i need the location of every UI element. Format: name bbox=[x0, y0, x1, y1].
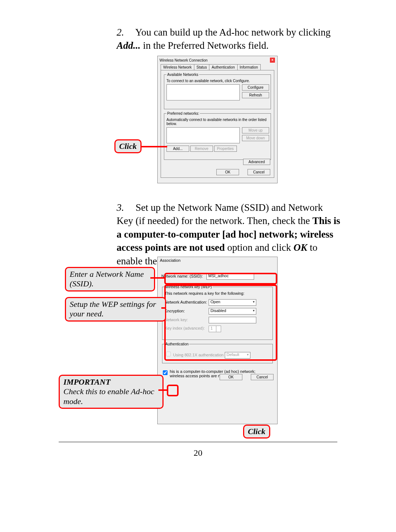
key-index-label: Key index (advanced): bbox=[165, 326, 209, 330]
ssid-input[interactable]: MSI_adhoc bbox=[206, 273, 254, 280]
callout-important: IMPORTANT Check this to enable Ad-hoc mo… bbox=[59, 375, 164, 409]
connector-line bbox=[150, 277, 164, 279]
properties-button: Properties bbox=[214, 146, 237, 152]
authentication-group: Authentication Using 802.1X authenticati… bbox=[162, 342, 273, 363]
tab-authentication[interactable]: Authentication bbox=[209, 64, 237, 70]
ok-button-2[interactable]: OK bbox=[220, 374, 242, 380]
8021x-checkbox bbox=[166, 352, 171, 356]
cancel-button[interactable]: Cancel bbox=[247, 169, 270, 175]
association-dialog: Association Network name: (SSID): MSI_ad… bbox=[157, 257, 278, 424]
connector-line bbox=[142, 146, 167, 147]
callout-wep: Setup the WEP settings for your need. bbox=[65, 297, 166, 322]
available-networks-group: Available Networks To connect to an avai… bbox=[164, 73, 271, 109]
8021x-select: Default bbox=[225, 352, 250, 359]
wireless-network-dialog: Wireless Network Connection × Wireless N… bbox=[157, 56, 278, 183]
network-key-label: Network key: bbox=[165, 318, 209, 322]
ok-button[interactable]: OK bbox=[216, 169, 239, 175]
network-auth-label: Network Authentication: bbox=[165, 300, 209, 304]
callout-click-add: Click bbox=[114, 139, 142, 153]
network-key-input bbox=[209, 317, 256, 323]
preferred-networks-group: Preferred networks: Automatically connec… bbox=[164, 111, 271, 160]
advanced-button[interactable]: Advanced bbox=[243, 159, 270, 165]
remove-button: Remove bbox=[190, 146, 213, 152]
callout-click-ok: Click bbox=[243, 425, 270, 439]
divider bbox=[59, 442, 337, 442]
encryption-select[interactable]: Disabled bbox=[209, 308, 256, 315]
ssid-label: Network name: (SSID): bbox=[161, 274, 205, 278]
dialog-title: Wireless Network Connection bbox=[160, 58, 208, 62]
wep-group: Wireless network key (WEP) This network … bbox=[162, 285, 273, 340]
connector-line bbox=[158, 389, 167, 391]
refresh-button[interactable]: Refresh bbox=[242, 92, 269, 98]
available-networks-list[interactable] bbox=[166, 84, 240, 100]
tab-information[interactable]: Information bbox=[237, 64, 261, 70]
connector-line bbox=[161, 307, 165, 309]
tab-status[interactable]: Status bbox=[194, 64, 209, 70]
configure-button[interactable]: Configure bbox=[242, 84, 269, 91]
callout-ssid: Enter a Network Name (SSID). bbox=[65, 267, 155, 291]
adhoc-checkbox[interactable] bbox=[163, 370, 168, 375]
step-2-text: 2. You can build up the Ad-hoc network b… bbox=[117, 26, 340, 52]
key-index-spinner: 1 bbox=[209, 326, 221, 332]
movedown-button: Move down bbox=[242, 135, 269, 141]
preferred-networks-list[interactable] bbox=[166, 127, 240, 143]
moveup-button: Move up bbox=[242, 127, 269, 133]
encryption-label: Encryption: bbox=[165, 309, 209, 313]
cancel-button-2[interactable]: Cancel bbox=[251, 374, 274, 380]
dialog2-title: Association bbox=[158, 257, 277, 264]
network-auth-select[interactable]: Open bbox=[209, 299, 256, 306]
add-button[interactable]: Add... bbox=[166, 146, 189, 152]
page-number: 20 bbox=[0, 448, 396, 458]
close-icon[interactable]: × bbox=[270, 57, 275, 63]
tab-wireless-network[interactable]: Wireless Network bbox=[161, 64, 194, 70]
